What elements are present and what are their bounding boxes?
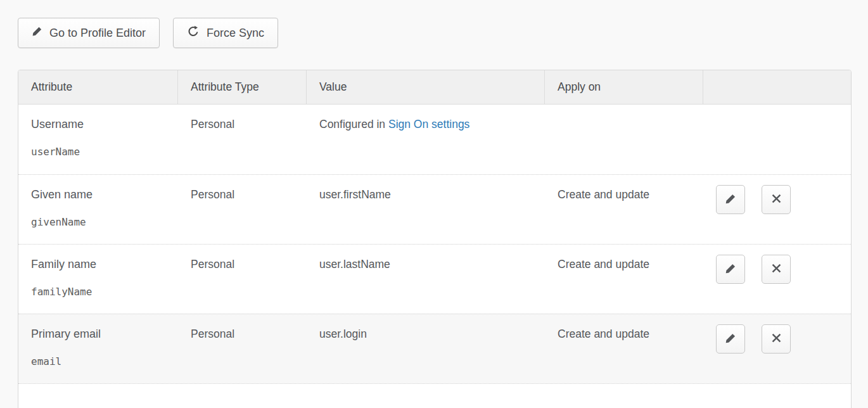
table-row: Given name givenName Personal user.first… [18,174,851,244]
force-sync-button[interactable]: Force Sync [173,18,278,48]
force-sync-label: Force Sync [207,27,264,40]
attribute-cell: Given name givenName [18,175,178,244]
value-cell: user.login [307,314,545,383]
table-row: Family name familyName Personal user.las… [18,244,851,314]
table-row: Primary email email Personal user.login … [18,314,851,383]
header-attribute-type: Attribute Type [178,70,307,104]
attribute-type-cell: Personal [178,314,307,383]
close-icon [770,193,782,207]
actions-cell [703,314,851,383]
header-attribute: Attribute [18,70,178,104]
value-cell: Configured in Sign On settings [307,105,545,174]
apply-on-cell [545,105,703,174]
go-to-profile-editor-label: Go to Profile Editor [49,27,146,40]
header-actions [703,70,851,104]
value-cell: user.lastName [307,245,545,314]
attribute-variable-name: email [31,355,165,369]
header-value: Value [307,70,545,104]
attribute-mappings-page: Go to Profile Editor Force Sync Attribut… [0,0,868,408]
delete-attribute-button[interactable] [762,185,791,214]
attribute-variable-name: userName [31,145,165,159]
attribute-label: Username [31,117,165,131]
close-icon [770,262,782,276]
attribute-label: Given name [31,188,165,201]
refresh-icon [187,25,200,41]
pencil-icon [32,26,42,40]
attribute-variable-name: givenName [31,215,165,229]
close-icon [770,332,782,346]
toolbar: Go to Profile Editor Force Sync [18,18,852,48]
table-body: Username userName Personal Configured in… [18,105,851,383]
sign-on-settings-link[interactable]: Sign On settings [388,118,469,131]
delete-attribute-button[interactable] [762,255,791,284]
attribute-cell: Username userName [18,105,178,174]
table-row-partial [18,383,851,408]
attribute-type-cell: Personal [178,245,307,314]
table-header-row: Attribute Attribute Type Value Apply on [18,70,851,105]
value-text: user.firstName [319,188,391,201]
go-to-profile-editor-button[interactable]: Go to Profile Editor [18,18,160,48]
actions-cell [703,105,851,174]
attribute-type-cell: Personal [178,175,307,244]
value-text: user.lastName [319,258,390,271]
header-apply-on: Apply on [545,70,703,104]
attribute-variable-name: familyName [31,285,165,299]
delete-attribute-button[interactable] [762,324,791,354]
apply-on-cell: Create and update [545,245,703,314]
attribute-cell: Primary email email [18,314,178,383]
value-text-prefix: Configured in [319,118,388,131]
apply-on-cell: Create and update [545,314,703,383]
value-text: user.login [319,328,367,340]
value-cell: user.firstName [307,175,545,244]
edit-attribute-button[interactable] [716,255,745,284]
attribute-type-cell: Personal [178,105,307,174]
apply-on-cell: Create and update [545,175,703,244]
attribute-label: Family name [31,257,165,271]
attribute-label: Primary email [31,327,165,341]
attribute-mapping-table: Attribute Attribute Type Value Apply on … [18,70,852,408]
pencil-icon [725,333,736,346]
actions-cell [703,175,851,244]
edit-attribute-button[interactable] [716,185,745,214]
pencil-icon [725,263,736,276]
attribute-cell: Family name familyName [18,245,178,314]
table-row: Username userName Personal Configured in… [18,105,851,174]
edit-attribute-button[interactable] [716,324,745,354]
pencil-icon [725,193,736,207]
actions-cell [703,245,851,314]
